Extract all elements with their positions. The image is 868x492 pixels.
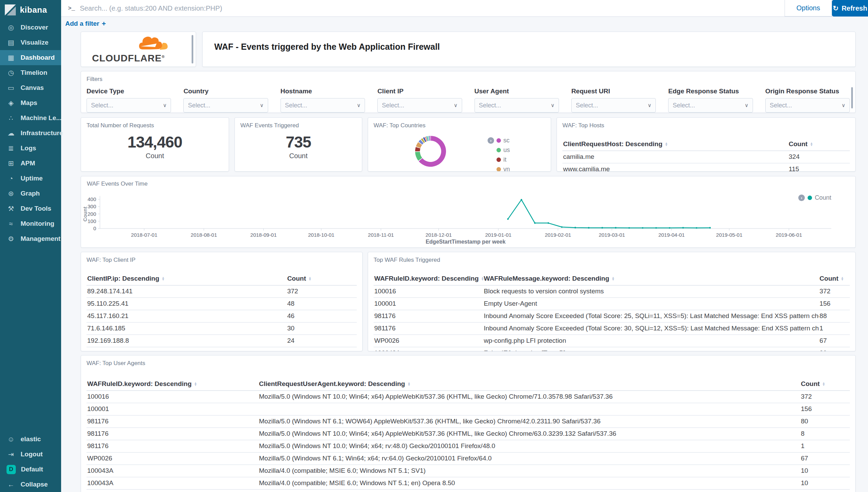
top-countries-donut-chart[interactable]: [368, 118, 551, 172]
sidebar-item-discover[interactable]: ◎Discover: [0, 20, 61, 35]
sidebar-item-machine-le[interactable]: ∴Machine Le...: [0, 110, 61, 126]
sidebar-item-infrastructure[interactable]: ☁Infrastructure: [0, 126, 61, 141]
sort-icon[interactable]: ▲▼: [194, 382, 197, 386]
legend-expand-icon[interactable]: ›: [488, 137, 494, 144]
data-point[interactable]: [548, 222, 549, 224]
filter-select-country[interactable]: Select...∨: [183, 98, 268, 113]
panel-scrollbar[interactable]: [192, 35, 193, 63]
donut-slice-10[interactable]: [429, 136, 430, 141]
y-tick-label: 300: [88, 203, 96, 209]
sort-icon[interactable]: ▲▼: [308, 277, 311, 281]
data-point[interactable]: [602, 227, 603, 229]
filter-select-hostname[interactable]: Select...∨: [281, 98, 365, 113]
sidebar-item-default[interactable]: DDefault: [0, 462, 61, 477]
table-row: 100016Mozilla/5.0 (Windows NT 10.0; Win6…: [87, 391, 850, 403]
sidebar-item-dev-tools[interactable]: ⚒Dev Tools: [0, 201, 61, 216]
data-point[interactable]: [507, 218, 509, 220]
panel-total-requests: Total Number of Requests 134,460 Count: [81, 117, 229, 172]
sidebar-item-timelion[interactable]: ◷Timelion: [0, 65, 61, 80]
column-header-clientrequestuseragent-keyword-descending[interactable]: ClientRequestUserAgent.keyword: Descendi…: [258, 378, 800, 391]
sidebar-item-label: Logs: [21, 144, 36, 152]
data-point[interactable]: [574, 227, 576, 229]
sidebar-item-maps[interactable]: ◈Maps: [0, 95, 61, 110]
data-point[interactable]: [642, 227, 643, 229]
table-cell: 100043A: [374, 347, 483, 352]
data-point[interactable]: [534, 222, 536, 224]
filter-select-user-agent[interactable]: Select...∨: [475, 98, 559, 113]
column-header-wafrulemessage-keyword-descending[interactable]: WAFRuleMessage.keyword: Descending▲▼: [483, 272, 819, 285]
top-user-agents-table: WAFRuleID.keyword: Descending▲▼ClientReq…: [87, 378, 850, 490]
sort-icon[interactable]: ▲▼: [822, 382, 825, 386]
sidebar-item-elastic[interactable]: ☺elastic: [0, 432, 61, 447]
data-point[interactable]: [628, 227, 630, 229]
legend-label[interactable]: vn: [503, 166, 510, 172]
data-point[interactable]: [615, 227, 617, 229]
data-point[interactable]: [669, 227, 671, 229]
sort-icon[interactable]: ▲▼: [841, 277, 844, 281]
legend-series-label[interactable]: Count: [815, 194, 831, 201]
column-header-clientrequesthost-descending[interactable]: ClientRequestHost: Descending▲▼: [562, 138, 788, 151]
sidebar-item-collapse[interactable]: ←Collapse: [0, 477, 61, 492]
data-point[interactable]: [521, 199, 522, 201]
panel-scrollbar[interactable]: [851, 87, 853, 108]
line-chart-legend: › Count: [798, 194, 831, 201]
table-cell: 192.169.188.8: [87, 335, 286, 347]
refresh-button[interactable]: ↻ Refresh: [832, 0, 868, 16]
legend-expand-icon[interactable]: ›: [798, 195, 805, 201]
add-filter-link[interactable]: Add a filter +: [65, 20, 106, 28]
sidebar-item-uptime[interactable]: ◔Uptime: [0, 171, 61, 186]
sidebar-item-apm[interactable]: ⊞APM: [0, 156, 61, 171]
donut-slice-11[interactable]: [430, 136, 431, 141]
sidebar-item-canvas[interactable]: ▭Canvas: [0, 80, 61, 95]
table-cell: camilia.me: [562, 151, 788, 163]
clock-chart-icon: ◷: [6, 69, 16, 77]
sidebar-item-graph[interactable]: ⊛Graph: [0, 186, 61, 201]
sidebar-item-logout[interactable]: ⇥Logout: [0, 447, 61, 462]
sort-icon[interactable]: ▲▼: [162, 277, 165, 281]
data-point[interactable]: [561, 226, 563, 228]
data-point[interactable]: [588, 227, 590, 229]
legend-label[interactable]: us: [503, 147, 510, 154]
panel-title: WAF Events Triggered: [240, 122, 299, 129]
sidebar-item-monitoring[interactable]: ≈Monitoring: [0, 216, 61, 231]
sidebar-item-logs[interactable]: ≣Logs: [0, 141, 61, 156]
sort-icon[interactable]: ▲▼: [665, 142, 668, 146]
sort-icon[interactable]: ▲▼: [810, 142, 813, 146]
donut-slice-it[interactable]: [415, 147, 420, 152]
data-point[interactable]: [655, 227, 657, 229]
compass-icon: ◎: [6, 23, 16, 32]
y-tick-label: 0: [93, 225, 96, 231]
sidebar-item-management[interactable]: ⚙Management: [0, 231, 61, 246]
sidebar-item-visualize[interactable]: ▤Visualize: [0, 35, 61, 50]
series-line-count[interactable]: [508, 200, 710, 228]
machine-learning-icon: ∴: [6, 114, 16, 122]
column-header-count[interactable]: Count▲▼: [286, 272, 357, 285]
filter-select-origin-response-status[interactable]: Select...∨: [765, 98, 850, 113]
filter-select-edge-response-status[interactable]: Select...∨: [668, 98, 753, 113]
data-point[interactable]: [696, 227, 697, 229]
filter-select-device-type[interactable]: Select...∨: [87, 98, 171, 113]
logout-icon: ⇥: [6, 450, 16, 458]
waf-events-value: 735: [286, 133, 311, 151]
column-header-wafruleid-keyword-descending[interactable]: WAFRuleID.keyword: Descending▲▼: [87, 378, 258, 391]
kibana-logo[interactable]: kibana: [0, 0, 61, 20]
column-header-count[interactable]: Count▲▼: [819, 272, 850, 285]
filter-select-request-uri[interactable]: Select...∨: [571, 98, 656, 113]
table-cell: 1: [819, 323, 850, 335]
panel-top-countries: WAF: Top Countries ›scusitvn: [368, 117, 551, 172]
column-header-clientip-ip-descending[interactable]: ClientIP.ip: Descending▲▼: [87, 272, 286, 285]
data-point[interactable]: [709, 227, 711, 229]
column-header-count[interactable]: Count▲▼: [800, 378, 850, 391]
filter-select-client-ip[interactable]: Select...∨: [377, 98, 462, 113]
options-button[interactable]: Options: [785, 0, 832, 16]
column-header-wafruleid-keyword-descending[interactable]: WAFRuleID.keyword: Descending▲▼: [374, 272, 483, 285]
legend-label[interactable]: it: [503, 156, 506, 163]
column-header-count[interactable]: Count▲▼: [788, 138, 850, 151]
search-input[interactable]: [79, 4, 785, 13]
sort-icon[interactable]: ▲▼: [612, 277, 615, 281]
sort-icon[interactable]: ▲▼: [408, 382, 411, 386]
sidebar-item-dashboard[interactable]: ▦Dashboard: [0, 50, 61, 65]
legend-label[interactable]: sc: [503, 137, 510, 144]
data-point[interactable]: [682, 227, 684, 229]
events-over-time-line-chart[interactable]: 01002003004002018-07-012018-08-012018-09…: [81, 176, 856, 248]
